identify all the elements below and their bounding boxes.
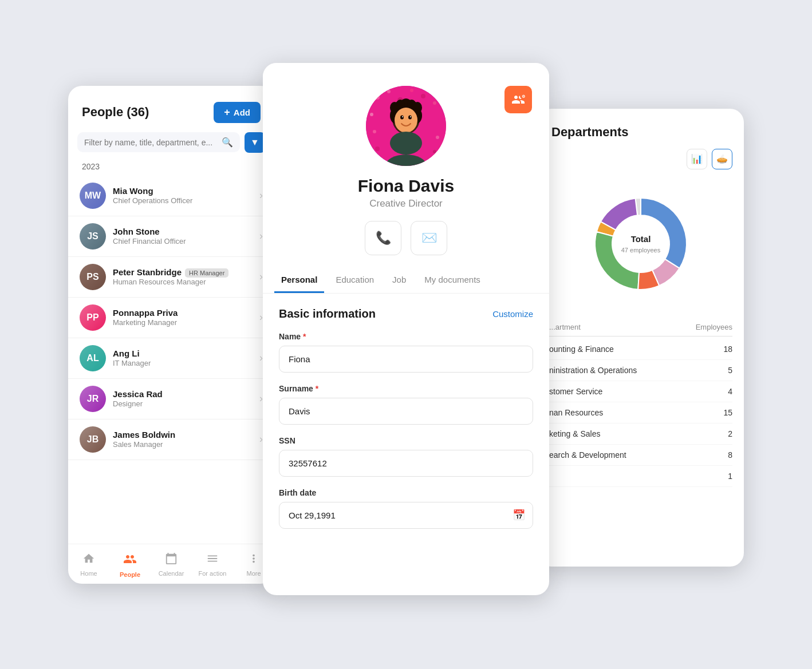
name-input[interactable] bbox=[279, 346, 533, 373]
avatar-initials: JS bbox=[87, 231, 98, 242]
plus-icon: + bbox=[224, 106, 230, 118]
departments-panel: Departments 📊 🥧 Total 47 employees ...ar… bbox=[538, 109, 744, 567]
person-avatar: JB bbox=[80, 426, 106, 453]
person-avatar: PP bbox=[80, 304, 106, 331]
customize-link[interactable]: Customize bbox=[492, 309, 533, 319]
add-button[interactable]: + Add bbox=[214, 102, 261, 123]
avatar-initials: MW bbox=[85, 191, 101, 201]
person-item[interactable]: JS John Stone Chief Financial Officer › bbox=[68, 216, 274, 257]
svg-point-27 bbox=[395, 108, 417, 133]
departments-table-header: ...artment Employees bbox=[549, 318, 732, 337]
name-field-group: Name * bbox=[279, 332, 533, 373]
ssn-field-group: SSN bbox=[279, 436, 533, 477]
person-avatar: PS bbox=[80, 264, 106, 290]
departments-title: Departments bbox=[551, 125, 730, 140]
dept-row: keting & Sales 2 bbox=[549, 423, 732, 445]
avatar-initials: PS bbox=[86, 272, 98, 282]
donut-chart-button[interactable]: 🥧 bbox=[712, 149, 732, 169]
person-title: Marketing Manager bbox=[113, 318, 253, 327]
email-button[interactable]: ✉️ bbox=[411, 221, 447, 255]
dept-row-name: stomer Service bbox=[549, 387, 602, 396]
tab-job[interactable]: Job bbox=[385, 267, 413, 293]
dept-row-name: nan Resources bbox=[549, 408, 603, 417]
nav-item-for_action[interactable]: For action bbox=[192, 550, 233, 580]
tab-my_documents[interactable]: My documents bbox=[417, 267, 487, 293]
person-info: John Stone Chief Financial Officer bbox=[113, 227, 253, 246]
person-title: Chief Operations Officer bbox=[113, 196, 253, 205]
surname-required: * bbox=[316, 384, 318, 393]
dept-row-name: ninistration & Operations bbox=[549, 366, 637, 375]
dept-row-name: earch & Development bbox=[549, 450, 626, 460]
calendar-icon: 📅 bbox=[513, 509, 525, 521]
person-name: Ponnappa Priva bbox=[113, 308, 253, 318]
svg-point-34 bbox=[612, 215, 669, 272]
svg-point-15 bbox=[433, 150, 436, 153]
dept-row-count: 5 bbox=[728, 366, 732, 375]
person-info: Ang Li IT Manager bbox=[113, 349, 253, 367]
add-label: Add bbox=[234, 108, 250, 117]
nav-item-home[interactable]: Home bbox=[68, 550, 109, 580]
person-info: Peter StanbridgeHR Manager Human Resourc… bbox=[113, 267, 253, 286]
for_action-nav-icon bbox=[206, 552, 219, 568]
person-title: Designer bbox=[113, 399, 253, 408]
people-panel: People (36) + Add 🔍 ▼ 2023 MW Mia Wong C… bbox=[68, 86, 274, 584]
svg-point-10 bbox=[370, 113, 373, 116]
svg-point-9 bbox=[433, 101, 436, 105]
section-title: Basic information bbox=[279, 307, 376, 320]
bar-chart-icon: 📊 bbox=[691, 153, 703, 164]
surname-input[interactable] bbox=[279, 398, 533, 425]
svg-text:⚙: ⚙ bbox=[522, 94, 525, 98]
birth-date-input[interactable] bbox=[279, 502, 533, 529]
surname-field-group: Surname * bbox=[279, 384, 533, 425]
tab-personal[interactable]: Personal bbox=[274, 267, 324, 293]
dept-row: nan Resources 15 bbox=[549, 402, 732, 423]
person-item[interactable]: MW Mia Wong Chief Operations Officer › bbox=[68, 176, 274, 216]
search-wrap[interactable]: 🔍 bbox=[77, 132, 240, 152]
filter-icon: ▼ bbox=[250, 137, 259, 148]
people-list: MW Mia Wong Chief Operations Officer › J… bbox=[68, 176, 274, 544]
svg-point-5 bbox=[387, 90, 391, 93]
filter-button[interactable]: ▼ bbox=[245, 132, 265, 153]
nav-item-people[interactable]: People bbox=[109, 550, 151, 580]
ssn-field-label: SSN bbox=[279, 436, 533, 445]
profile-edit-button[interactable]: ⚙ bbox=[504, 86, 532, 113]
profile-role: Creative Director bbox=[369, 198, 443, 209]
profile-content: Basic information Customize Name * Surna… bbox=[263, 294, 549, 595]
bar-chart-button[interactable]: 📊 bbox=[687, 149, 707, 169]
svg-point-4 bbox=[375, 95, 380, 100]
search-icon: 🔍 bbox=[222, 137, 233, 148]
phone-button[interactable]: 📞 bbox=[365, 221, 401, 255]
avatar-image bbox=[366, 86, 446, 166]
ssn-input[interactable] bbox=[279, 450, 533, 477]
home-nav-icon bbox=[82, 552, 95, 568]
svg-point-11 bbox=[438, 118, 443, 122]
section-header: Basic information Customize bbox=[279, 307, 533, 320]
svg-point-28 bbox=[400, 115, 404, 119]
person-title: Human Resources Manager bbox=[113, 278, 253, 286]
person-item[interactable]: JR Jessica Rad Designer › bbox=[68, 379, 274, 419]
birth-date-field-group: Birth date 📅 bbox=[279, 488, 533, 529]
profile-name: Fiona Davis bbox=[358, 176, 454, 196]
svg-point-31 bbox=[410, 116, 411, 117]
person-avatar: AL bbox=[80, 345, 106, 371]
nav-item-calendar[interactable]: Calendar bbox=[151, 550, 192, 580]
person-item[interactable]: PP Ponnappa Priva Marketing Manager › bbox=[68, 298, 274, 338]
person-item[interactable]: PS Peter StanbridgeHR Manager Human Reso… bbox=[68, 257, 274, 298]
search-input[interactable] bbox=[84, 138, 217, 147]
person-badge: HR Manager bbox=[185, 268, 228, 278]
dept-row-count: 4 bbox=[728, 387, 732, 396]
person-item[interactable]: JB James Boldwin Sales Manager › bbox=[68, 419, 274, 460]
dept-col-name: ...artment bbox=[549, 323, 581, 331]
person-name: Jessica Rad bbox=[113, 389, 253, 399]
svg-text:Total: Total bbox=[631, 234, 651, 244]
dept-row: 1 bbox=[549, 466, 732, 487]
svg-point-29 bbox=[408, 115, 412, 119]
departments-header: Departments bbox=[538, 109, 744, 149]
people-title: People (36) bbox=[82, 105, 149, 120]
tab-education[interactable]: Education bbox=[329, 267, 381, 293]
name-required: * bbox=[303, 332, 306, 341]
svg-point-13 bbox=[436, 136, 439, 139]
person-item[interactable]: AL Ang Li IT Manager › bbox=[68, 338, 274, 379]
profile-panel: ⚙ bbox=[263, 63, 549, 595]
people-nav-label: People bbox=[120, 571, 140, 578]
